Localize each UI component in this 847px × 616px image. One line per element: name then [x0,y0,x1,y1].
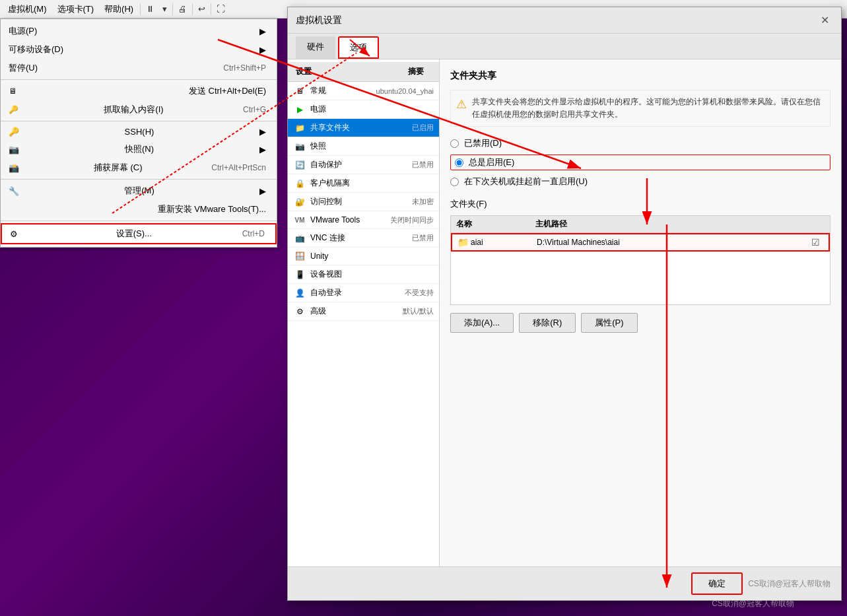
folder-row-check: ☑ [807,237,823,248]
auto-login-icon: 👤 [293,288,306,298]
history-btn[interactable]: ↩ [194,3,209,15]
dialog-close-button[interactable]: ✕ [817,13,833,28]
folder-table: 名称 主机路径 📁 aiai D:\Virtual Machines\aiai … [450,215,830,305]
access-control-icon: 🔐 [293,197,306,207]
settings-item-shared-folders[interactable]: 📁 共享文件夹 已启用 [288,119,439,137]
settings-item-power[interactable]: ▶ 电源 [288,100,439,119]
general-summary: ubuntu20.04_yhai [376,87,434,95]
menu-pause[interactable]: 暂停(U) Ctrl+Shift+P [1,59,277,77]
toolbar-arrow-down[interactable]: ▾ [158,3,171,15]
send-cad-icon: 🖥 [9,86,22,96]
radio-always-input[interactable] [455,158,463,167]
radio-until-label: 在下次关机或挂起前一直启用(U) [464,176,588,188]
settings-item-advanced[interactable]: ⚙ 高级 默认/默认 [288,302,439,321]
menu-grab-input-label: 抓取输入内容(I) [104,104,163,116]
vm-settings-dialog: 虚拟机设置 ✕ 硬件 选项 设置 摘要 🖥 常规 ubuntu20.04_yha… [287,7,842,601]
folder-action-buttons: 添加(A)... 移除(R) 属性(P) [450,313,830,333]
radio-always-enable[interactable]: 总是启用(E) [450,154,830,170]
menu-pause-label: 暂停(U) [9,62,38,74]
menu-divider-1 [1,79,277,80]
menu-power[interactable]: 电源(P) ▶ [1,22,277,40]
menu-grab-input[interactable]: 🔑 抓取输入内容(I) Ctrl+G [1,100,277,119]
menu-help[interactable]: 帮助(H) [99,1,139,18]
tab-hardware[interactable]: 硬件 [296,36,335,59]
unity-name: Unity [310,252,431,261]
general-icon: 🖥 [293,86,306,96]
settings-item-guest-isolation[interactable]: 🔒 客户机隔离 [288,174,439,193]
auto-login-name: 自动登录 [310,287,402,298]
snapshot-list-icon: 📷 [293,141,306,152]
dialog-body: 设置 摘要 🖥 常规 ubuntu20.04_yhai ▶ 电源 📁 共享文件夹… [288,59,841,566]
menu-pause-shortcut: Ctrl+Shift+P [223,63,266,73]
settings-item-access-control[interactable]: 🔐 访问控制 未加密 [288,193,439,211]
warning-text: 共享文件夹会将您的文件显示给虚拟机中的程序。这可能为您的计算机和数据带来风险。请… [472,96,825,121]
ok-button[interactable]: 确定 [691,572,743,595]
properties-folder-button[interactable]: 属性(P) [581,313,637,333]
menu-removable[interactable]: 可移动设备(D) ▶ [1,40,277,59]
ssh-icon: 🔑 [9,127,22,137]
snapshot-icon: 📷 [9,145,22,154]
menu-settings[interactable]: ⚙ 设置(S)... Ctrl+D [1,223,277,244]
power-name: 电源 [310,104,431,115]
add-folder-button[interactable]: 添加(A)... [450,313,514,333]
toolbar-sep-3 [192,3,193,15]
settings-list-header: 设置 摘要 [288,62,439,82]
radio-until-input[interactable] [450,178,459,186]
menu-ssh-label: SSH(H) [125,127,154,137]
device-view-name: 设备视图 [310,269,431,280]
manage-icon: 🔧 [9,186,22,196]
dialog-title: 虚拟机设置 [296,15,342,26]
menu-vm[interactable]: 虚拟机(M) [3,1,52,18]
radio-always-label: 总是启用(E) [469,156,514,168]
menu-power-label: 电源(P) [9,25,37,37]
settings-item-vnc[interactable]: 📺 VNC 连接 已禁用 [288,229,439,248]
access-control-name: 访问控制 [310,196,409,207]
dialog-footer: 确定 CS取消@冠客人帮取物 [288,566,841,600]
tab-options[interactable]: 选项 [338,36,379,59]
settings-item-device-view[interactable]: 📱 设备视图 [288,265,439,284]
advanced-icon: ⚙ [293,306,306,317]
folder-row-aiai[interactable]: 📁 aiai D:\Virtual Machines\aiai ☑ [451,233,830,252]
settings-item-snapshot[interactable]: 📷 快照 [288,137,439,156]
radio-until-shutdown[interactable]: 在下次关机或挂起前一直启用(U) [450,176,830,188]
menu-snapshot[interactable]: 📷 快照(N) ▶ [1,140,277,158]
menu-grab-shortcut: Ctrl+G [243,105,266,114]
remove-folder-button[interactable]: 移除(R) [519,313,576,333]
settings-item-unity[interactable]: 🪟 Unity [288,248,439,265]
menu-ssh-arrow: ▶ [259,127,266,137]
sharing-options-group: 已禁用(D) 总是启用(E) 在下次关机或挂起前一直启用(U) [450,137,830,188]
print-btn[interactable]: 🖨 [174,3,191,15]
shared-folders-icon: 📁 [293,123,306,133]
menu-capture-shortcut: Ctrl+Alt+PrtScn [211,163,266,172]
fullscreen-btn[interactable]: ⛶ [213,3,229,15]
toolbar-sep-1 [140,3,141,15]
section-title: 文件夹共享 [450,70,830,82]
vmware-tools-icon: VM [293,215,306,225]
menu-capture[interactable]: 📸 捕获屏幕 (C) Ctrl+Alt+PrtScn [1,158,277,177]
menu-reinstall-label: 重新安装 VMware Tools(T)... [158,203,266,215]
menu-manage-label: 管理(M) [124,185,154,197]
menu-ssh[interactable]: 🔑 SSH(H) ▶ [1,123,277,140]
folder-row-icon: 📁 [457,237,471,248]
menu-settings-label: 设置(S)... [116,228,152,240]
settings-item-auto-protect[interactable]: 🔄 自动保护 已禁用 [288,156,439,174]
menu-tab[interactable]: 选项卡(T) [52,1,100,18]
settings-item-vmware-tools[interactable]: VM VMware Tools 关闭时间同步 [288,211,439,229]
menu-settings-shortcut: Ctrl+D [242,229,265,238]
menu-send-cad[interactable]: 🖥 发送 Ctrl+Alt+Del(E) [1,82,277,100]
menu-reinstall[interactable]: 重新安装 VMware Tools(T)... [1,200,277,219]
vm-dropdown-menu: 电源(P) ▶ 可移动设备(D) ▶ 暂停(U) Ctrl+Shift+P 🖥 … [0,18,277,248]
folder-table-empty-area [451,252,830,304]
pause-btn[interactable]: ⏸ [142,3,158,15]
settings-item-general[interactable]: 🖥 常规 ubuntu20.04_yhai [288,82,439,100]
folder-table-header: 名称 主机路径 [451,216,830,233]
auto-protect-name: 自动保护 [310,159,409,170]
settings-item-auto-login[interactable]: 👤 自动登录 不受支持 [288,284,439,302]
radio-disabled[interactable]: 已禁用(D) [450,137,830,149]
radio-disabled-input[interactable] [450,139,459,148]
menu-removable-arrow: ▶ [259,45,266,55]
vnc-name: VNC 连接 [310,232,409,244]
menu-divider-4 [1,221,277,221]
menu-manage[interactable]: 🔧 管理(M) ▶ [1,182,277,200]
vmware-tools-name: VMware Tools [310,215,388,224]
